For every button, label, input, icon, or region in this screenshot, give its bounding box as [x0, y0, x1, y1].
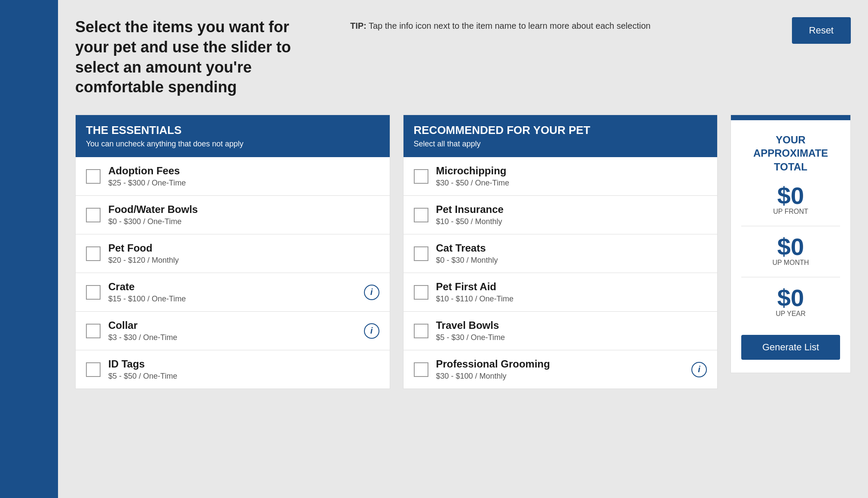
id-tags-price: $5 - $50 / One-Time — [108, 372, 379, 381]
professional-grooming-info-icon[interactable]: i — [691, 362, 707, 377]
list-item: Professional Grooming $30 - $100 / Month… — [403, 350, 718, 389]
crate-checkbox[interactable] — [86, 285, 101, 300]
list-item: Crate $15 - $100 / One-Time i — [76, 273, 390, 312]
recommended-title: RECOMMENDED FOR YOUR PET — [414, 124, 707, 137]
pet-food-checkbox[interactable] — [86, 246, 101, 261]
food-water-bowls-checkbox[interactable] — [86, 208, 101, 222]
microchipping-name: Microchipping — [436, 165, 707, 177]
list-item: Collar $3 - $30 / One-Time i — [76, 312, 390, 350]
microchipping-price: $30 - $50 / One-Time — [436, 179, 707, 188]
upyear-amount: $0 — [741, 286, 840, 310]
columns-wrapper: THE ESSENTIALS You can uncheck anything … — [75, 115, 851, 389]
essentials-title: THE ESSENTIALS — [86, 124, 379, 137]
id-tags-name: ID Tags — [108, 358, 379, 370]
upyear-label: UP YEAR — [741, 310, 840, 318]
id-tags-text: ID Tags $5 - $50 / One-Time — [108, 358, 379, 381]
pet-insurance-text: Pet Insurance $10 - $50 / Monthly — [436, 203, 707, 226]
list-item: Travel Bowls $5 - $30 / One-Time — [403, 312, 718, 350]
recommended-header: RECOMMENDED FOR YOUR PET Select all that… — [403, 115, 718, 157]
totals-panel: YOUR APPROXIMATE TOTAL $0 UP FRONT $0 UP… — [730, 115, 851, 373]
divider-2 — [741, 277, 840, 277]
cat-treats-checkbox[interactable] — [414, 246, 428, 261]
collar-text: Collar $3 - $30 / One-Time — [108, 319, 356, 342]
list-item: Cat Treats $0 - $30 / Monthly — [403, 234, 718, 273]
travel-bowls-name: Travel Bowls — [436, 319, 707, 331]
reset-button[interactable]: Reset — [792, 17, 851, 44]
adoption-fees-text: Adoption Fees $25 - $300 / One-Time — [108, 165, 379, 188]
recommended-subtitle: Select all that apply — [414, 140, 707, 149]
travel-bowls-price: $5 - $30 / One-Time — [436, 333, 707, 342]
list-item: Pet First Aid $10 - $110 / One-Time — [403, 273, 718, 312]
upfront-amount: $0 — [741, 184, 840, 208]
divider-1 — [741, 226, 840, 226]
crate-info-icon[interactable]: i — [364, 285, 379, 300]
header-tip: TIP: Tap the info icon next to the item … — [350, 17, 766, 32]
upmonth-amount: $0 — [741, 235, 840, 259]
professional-grooming-checkbox[interactable] — [414, 362, 428, 377]
collar-name: Collar — [108, 319, 356, 331]
list-item: Microchipping $30 - $50 / One-Time — [403, 157, 718, 196]
pet-first-aid-name: Pet First Aid — [436, 281, 707, 293]
food-water-bowls-text: Food/Water Bowls $0 - $300 / One-Time — [108, 203, 379, 226]
collar-info-icon[interactable]: i — [364, 323, 379, 339]
list-item: Pet Insurance $10 - $50 / Monthly — [403, 196, 718, 234]
microchipping-text: Microchipping $30 - $50 / One-Time — [436, 165, 707, 188]
essentials-header: THE ESSENTIALS You can uncheck anything … — [76, 115, 390, 157]
collar-checkbox[interactable] — [86, 324, 101, 338]
cat-treats-name: Cat Treats — [436, 242, 707, 254]
list-item: Adoption Fees $25 - $300 / One-Time — [76, 157, 390, 196]
pet-food-name: Pet Food — [108, 242, 379, 254]
food-water-bowls-name: Food/Water Bowls — [108, 203, 379, 216]
id-tags-checkbox[interactable] — [86, 362, 101, 377]
travel-bowls-checkbox[interactable] — [414, 324, 428, 338]
cat-treats-price: $0 - $30 / Monthly — [436, 256, 707, 265]
page-title: Select the items you want for your pet a… — [75, 17, 324, 97]
pet-food-price: $20 - $120 / Monthly — [108, 256, 379, 265]
professional-grooming-price: $30 - $100 / Monthly — [436, 372, 684, 381]
professional-grooming-name: Professional Grooming — [436, 358, 684, 370]
crate-price: $15 - $100 / One-Time — [108, 295, 356, 304]
main-content: Select the items you want for your pet a… — [58, 0, 868, 498]
totals-panel-body: YOUR APPROXIMATE TOTAL $0 UP FRONT $0 UP… — [731, 120, 850, 373]
cat-treats-text: Cat Treats $0 - $30 / Monthly — [436, 242, 707, 265]
list-item: Food/Water Bowls $0 - $300 / One-Time — [76, 196, 390, 234]
header-section: Select the items you want for your pet a… — [75, 17, 851, 97]
upfront-label: UP FRONT — [741, 208, 840, 216]
crate-name: Crate — [108, 281, 356, 293]
food-water-bowls-price: $0 - $300 / One-Time — [108, 217, 379, 226]
collar-price: $3 - $30 / One-Time — [108, 333, 356, 342]
microchipping-checkbox[interactable] — [414, 169, 428, 184]
list-item: Pet Food $20 - $120 / Monthly — [76, 234, 390, 273]
recommended-column: RECOMMENDED FOR YOUR PET Select all that… — [403, 115, 718, 389]
totals-title: YOUR APPROXIMATE TOTAL — [741, 133, 840, 173]
totals-panel-header-bar — [731, 115, 850, 120]
page-wrapper: Select the items you want for your pet a… — [0, 0, 868, 498]
pet-first-aid-checkbox[interactable] — [414, 285, 428, 300]
list-item: ID Tags $5 - $50 / One-Time — [76, 350, 390, 389]
professional-grooming-text: Professional Grooming $30 - $100 / Month… — [436, 358, 684, 381]
left-blue-bar — [0, 0, 58, 498]
pet-first-aid-price: $10 - $110 / One-Time — [436, 295, 707, 304]
pet-food-text: Pet Food $20 - $120 / Monthly — [108, 242, 379, 265]
adoption-fees-price: $25 - $300 / One-Time — [108, 179, 379, 188]
pet-insurance-checkbox[interactable] — [414, 208, 428, 222]
pet-insurance-name: Pet Insurance — [436, 203, 707, 216]
essentials-column: THE ESSENTIALS You can uncheck anything … — [75, 115, 390, 389]
generate-list-button[interactable]: Generate List — [741, 335, 840, 360]
adoption-fees-name: Adoption Fees — [108, 165, 379, 177]
tip-label: TIP: — [350, 21, 367, 30]
pet-first-aid-text: Pet First Aid $10 - $110 / One-Time — [436, 281, 707, 304]
tip-text: Tap the info icon next to the item name … — [369, 21, 651, 30]
crate-text: Crate $15 - $100 / One-Time — [108, 281, 356, 304]
adoption-fees-checkbox[interactable] — [86, 169, 101, 184]
upmonth-label: UP MONTH — [741, 259, 840, 267]
pet-insurance-price: $10 - $50 / Monthly — [436, 217, 707, 226]
travel-bowls-text: Travel Bowls $5 - $30 / One-Time — [436, 319, 707, 342]
essentials-subtitle: You can uncheck anything that does not a… — [86, 140, 379, 149]
